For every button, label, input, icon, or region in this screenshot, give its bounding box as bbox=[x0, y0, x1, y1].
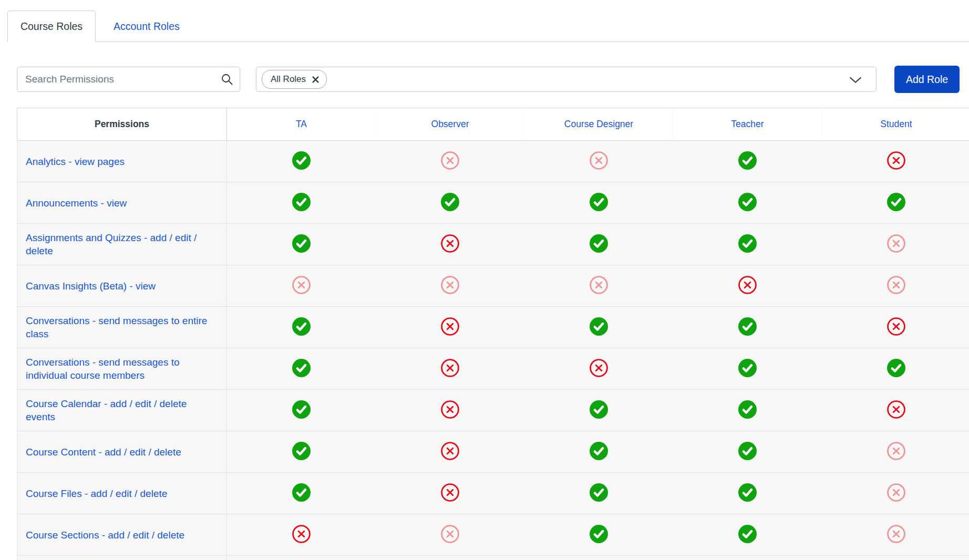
search-permissions-field bbox=[17, 67, 240, 92]
granted-check-icon[interactable] bbox=[738, 442, 757, 460]
denied-x-icon[interactable] bbox=[441, 400, 459, 419]
granted-check-icon[interactable] bbox=[590, 442, 608, 460]
state-cell-ta bbox=[227, 224, 376, 265]
granted-check-icon[interactable] bbox=[590, 483, 608, 502]
state-cell-teacher bbox=[673, 473, 822, 514]
denied-x-icon[interactable] bbox=[887, 442, 905, 460]
state-cell-student bbox=[822, 265, 969, 307]
table-row: Canvas Insights (Beta) - view bbox=[17, 265, 969, 307]
permission-link[interactable]: Course Calendar - add / edit / delete ev… bbox=[17, 397, 226, 423]
denied-x-icon[interactable] bbox=[590, 276, 608, 294]
permission-link[interactable]: Announcements - view bbox=[17, 196, 226, 210]
denied-x-icon[interactable] bbox=[441, 442, 459, 460]
state-cell-observer bbox=[376, 390, 524, 431]
denied-x-icon[interactable] bbox=[887, 276, 905, 294]
denied-x-icon[interactable] bbox=[887, 400, 905, 419]
column-header-student[interactable]: Student bbox=[822, 108, 969, 141]
granted-check-icon[interactable] bbox=[292, 442, 311, 460]
permission-link[interactable]: Canvas Insights (Beta) - view bbox=[17, 279, 226, 293]
granted-check-icon[interactable] bbox=[590, 193, 608, 211]
granted-check-icon[interactable] bbox=[738, 193, 757, 211]
permissions-page: Course Roles Account Roles All Roles bbox=[0, 0, 969, 560]
permission-link[interactable]: Analytics - view pages bbox=[17, 155, 226, 168]
denied-x-icon[interactable] bbox=[887, 234, 905, 253]
search-permissions-input[interactable] bbox=[17, 67, 240, 92]
granted-check-icon[interactable] bbox=[738, 234, 757, 253]
denied-x-icon[interactable] bbox=[441, 525, 459, 543]
permission-cell-analytics-view-pages: Analytics - view pages bbox=[17, 141, 227, 182]
granted-check-icon[interactable] bbox=[292, 359, 311, 377]
column-header-ta[interactable]: TA bbox=[227, 108, 376, 141]
granted-check-icon[interactable] bbox=[738, 400, 757, 419]
granted-check-icon[interactable] bbox=[292, 483, 311, 502]
filter-tag-label: All Roles bbox=[271, 74, 306, 85]
tab-account-roles[interactable]: Account Roles bbox=[108, 11, 185, 42]
denied-x-icon[interactable] bbox=[441, 276, 459, 294]
state-cell-observer bbox=[376, 473, 524, 514]
granted-check-icon[interactable] bbox=[738, 525, 757, 543]
granted-check-icon[interactable] bbox=[590, 234, 608, 253]
denied-x-icon[interactable] bbox=[887, 483, 905, 502]
denied-x-icon[interactable] bbox=[887, 151, 905, 170]
add-role-button[interactable]: Add Role bbox=[894, 66, 960, 93]
denied-x-icon[interactable] bbox=[441, 234, 459, 253]
granted-check-icon[interactable] bbox=[292, 317, 311, 336]
state-cell-student bbox=[822, 514, 969, 556]
state-cell-course-designer bbox=[524, 182, 673, 224]
granted-check-icon[interactable] bbox=[590, 400, 608, 419]
permission-link[interactable]: Course Content - add / edit / delete bbox=[17, 445, 226, 459]
column-header-teacher[interactable]: Teacher bbox=[673, 108, 822, 141]
permission-link[interactable]: Conversations - send messages to entire … bbox=[17, 314, 226, 340]
permission-link[interactable]: Assignments and Quizzes - add / edit / d… bbox=[17, 231, 226, 257]
state-cell-teacher bbox=[673, 431, 822, 473]
state-cell-course-designer bbox=[524, 431, 673, 473]
permission-link[interactable]: Conversations - send messages to individ… bbox=[17, 356, 226, 382]
granted-check-icon[interactable] bbox=[887, 359, 905, 377]
permission-cell-conversations-send-messages-to-individual-course-members: Conversations - send messages to individ… bbox=[17, 348, 227, 390]
tab-course-roles[interactable]: Course Roles bbox=[7, 11, 96, 42]
denied-x-icon[interactable] bbox=[441, 151, 459, 170]
role-filter-select[interactable]: All Roles bbox=[256, 67, 877, 92]
granted-check-icon[interactable] bbox=[441, 193, 459, 211]
granted-check-icon[interactable] bbox=[738, 359, 757, 377]
denied-x-icon[interactable] bbox=[292, 525, 311, 543]
granted-check-icon[interactable] bbox=[590, 317, 608, 336]
denied-x-icon[interactable] bbox=[441, 317, 459, 336]
state-cell-course-designer bbox=[524, 265, 673, 307]
denied-x-icon[interactable] bbox=[590, 151, 608, 170]
state-cell-ta bbox=[227, 182, 376, 224]
filter-tag-all-roles[interactable]: All Roles bbox=[262, 70, 327, 89]
granted-check-icon[interactable] bbox=[292, 400, 311, 419]
denied-x-icon[interactable] bbox=[441, 359, 459, 377]
column-header-observer[interactable]: Observer bbox=[376, 108, 524, 141]
denied-x-icon[interactable] bbox=[887, 525, 905, 543]
column-header-course-designer[interactable]: Course Designer bbox=[524, 108, 673, 141]
denied-x-icon[interactable] bbox=[292, 276, 311, 294]
denied-x-icon[interactable] bbox=[441, 483, 459, 502]
granted-check-icon[interactable] bbox=[738, 317, 757, 336]
granted-check-icon[interactable] bbox=[738, 151, 757, 170]
denied-x-icon[interactable] bbox=[887, 317, 905, 336]
granted-check-icon[interactable] bbox=[887, 193, 905, 211]
state-cell-ta bbox=[227, 348, 376, 390]
table-header-row: Permissions TAObserverCourse DesignerTea… bbox=[17, 108, 969, 141]
remove-filter-icon[interactable] bbox=[312, 76, 319, 83]
state-cell-ta bbox=[227, 141, 376, 182]
permission-link[interactable]: Course Sections - add / edit / delete bbox=[17, 528, 226, 542]
denied-x-icon[interactable] bbox=[590, 359, 608, 377]
permission-cell-course-sections-add-edit-delete: Course Sections - add / edit / delete bbox=[17, 514, 227, 556]
permission-link[interactable]: Course Files - add / edit / delete bbox=[17, 487, 226, 500]
granted-check-icon[interactable] bbox=[292, 234, 311, 253]
granted-check-icon[interactable] bbox=[738, 483, 757, 502]
state-cell-observer bbox=[376, 182, 524, 224]
table-row: Assignments and Quizzes - add / edit / d… bbox=[17, 224, 969, 265]
partially-visible-row bbox=[17, 556, 969, 560]
state-cell-ta bbox=[227, 307, 376, 348]
granted-check-icon[interactable] bbox=[292, 151, 311, 170]
state-cell-course-designer bbox=[524, 141, 673, 182]
state-cell-observer bbox=[376, 431, 524, 473]
denied-x-icon[interactable] bbox=[738, 276, 757, 294]
granted-check-icon[interactable] bbox=[590, 525, 608, 543]
granted-check-icon[interactable] bbox=[292, 193, 311, 211]
state-cell-student bbox=[822, 141, 969, 182]
